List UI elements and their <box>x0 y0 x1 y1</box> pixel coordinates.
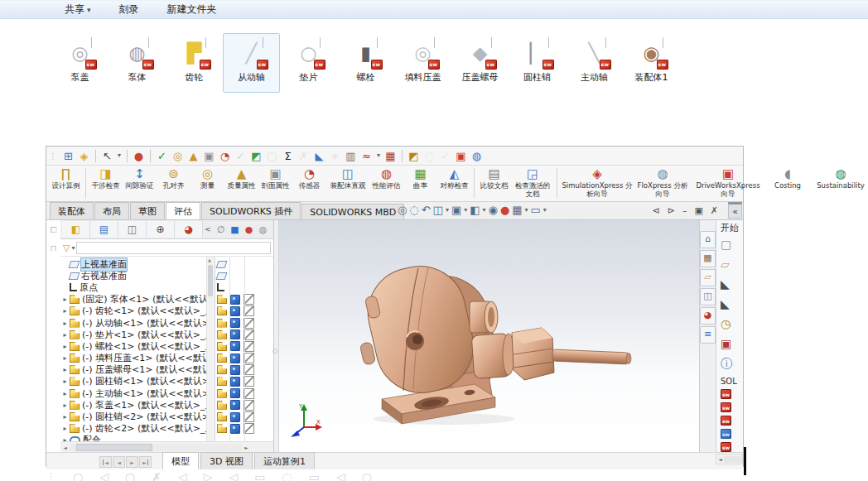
scroll-right-arrow[interactable]: ► <box>242 445 251 450</box>
tree-item[interactable]: (-) 泵盖<1> (默认<<默认>_显示 <box>60 399 206 411</box>
section-view-icon[interactable]: ◫ <box>433 204 443 215</box>
gear-pump-model[interactable] <box>349 253 634 427</box>
costing-button[interactable]: ◖ Costing <box>765 166 810 201</box>
edit-appearance-icon[interactable]: ● <box>131 151 147 161</box>
document-tab[interactable]: 3D 视图 <box>200 452 253 469</box>
mass-properties-icon[interactable]: ▲ <box>186 151 201 161</box>
display-caret-icon[interactable]: ▾ <box>483 207 486 214</box>
fm-collapse-arrow[interactable]: < <box>203 225 213 233</box>
info-icon[interactable]: ⓘ <box>721 354 743 373</box>
custom-properties-icon[interactable]: ≡ <box>700 326 716 344</box>
view-settings-icon[interactable]: ▭ <box>531 204 541 215</box>
separator[interactable] <box>402 150 403 162</box>
graphics-viewport[interactable]: Y X <box>279 220 699 452</box>
tree-item[interactable]: 右视基准面 <box>60 270 206 281</box>
appearances-icon[interactable]: ◕ <box>700 307 716 325</box>
mate-icon[interactable]: ◈ <box>76 151 92 161</box>
expand-arrow-icon[interactable] <box>60 331 70 339</box>
expand-arrow-icon[interactable] <box>60 425 70 432</box>
scrollbar-track[interactable] <box>70 444 242 451</box>
display-state-icon[interactable]: ■ <box>228 224 242 235</box>
performance-gauge-icon[interactable]: ◔ <box>217 151 233 161</box>
file-item[interactable]: ○ sw 垫片 <box>280 33 337 93</box>
appearance-icon[interactable]: ● <box>242 224 256 235</box>
certification-icon[interactable]: ▣ <box>721 334 743 354</box>
display-style-icon[interactable]: ◧ <box>470 204 480 215</box>
tree-filter-input[interactable] <box>76 242 271 254</box>
curvature-comb-icon[interactable]: ≈ <box>359 151 374 161</box>
expand-arrow-icon[interactable] <box>60 354 70 362</box>
tree-item[interactable]: 上视基准面 <box>60 258 206 270</box>
tree-item[interactable]: (-) 压盖螺母<1> (默认<<默认>_ <box>60 364 206 376</box>
tree-item[interactable]: (-) 齿轮<2> (默认<<默认>_显示 <box>60 423 206 435</box>
display-state-icon[interactable] <box>230 295 240 305</box>
tree-item[interactable]: 原点 <box>60 281 206 293</box>
assembly-visualization-button[interactable]: ◫ 装配体直观 <box>326 166 369 201</box>
symmetry-check-button[interactable]: ◭ 对称检查 <box>437 166 471 201</box>
whats-new-icon[interactable]: ◷ <box>721 314 743 334</box>
measure-icon[interactable]: ◎ <box>170 151 186 161</box>
clearance-verification-button[interactable]: ↕ 间隙验证 <box>123 166 157 201</box>
driveworksxpress-button[interactable]: ▣ DriveWorksXpress 向导 <box>691 166 765 201</box>
new-document-icon[interactable]: ▢ <box>721 234 743 254</box>
tree-item[interactable]: (-) 螺栓<1> (默认<<默认>_显示 <box>60 340 206 352</box>
driveworks-icon[interactable]: ▣ <box>453 151 469 161</box>
share-menu[interactable]: 共享▾ <box>65 2 91 17</box>
ghost-cube-icon[interactable]: ▢ <box>264 151 280 161</box>
performance-evaluation-button[interactable]: ◍ 性能评估 <box>369 166 403 201</box>
last-frame-button[interactable]: ► <box>139 456 152 468</box>
expand-arrow-icon[interactable] <box>60 402 70 409</box>
file-item[interactable]: ◆ sw 压盖螺母 <box>451 33 509 93</box>
training-icon[interactable]: ◣ <box>721 294 743 314</box>
tree-item[interactable]: (-) 圆柱销<1> (默认<<默认>_显 <box>60 376 206 387</box>
sw-tool-icon[interactable]: sw <box>721 389 731 399</box>
design-table-icon[interactable]: ▦ <box>383 151 398 161</box>
display-state-icon[interactable] <box>230 365 240 375</box>
restore-button[interactable]: ▣ <box>694 205 702 216</box>
ribbon-tab[interactable]: 装配体 <box>50 202 94 219</box>
spellcheck-icon[interactable]: ✓ <box>154 151 170 161</box>
scrollbar-thumb[interactable] <box>208 265 213 296</box>
hide-show-icon[interactable]: ∅ <box>214 224 228 235</box>
propertymanager-tab[interactable]: ▤ <box>90 221 118 238</box>
featuremanager-tab[interactable]: ◧ <box>62 221 90 238</box>
design-library-icon[interactable]: ◫ <box>700 288 716 305</box>
check-active-document-button[interactable]: ◲ 检查激活的文档 <box>511 166 554 201</box>
task-pane-collapse-button[interactable]: « <box>728 202 742 219</box>
expand-arrow-icon[interactable] <box>60 390 70 397</box>
sensors-button[interactable]: ◔ 传感器 <box>292 166 326 201</box>
curvature-button[interactable]: ▦ 曲率 <box>403 166 437 201</box>
first-frame-button[interactable]: ◄ <box>99 456 112 468</box>
dock-right-button[interactable]: ⊳ <box>668 205 675 216</box>
verify-entity-icon[interactable]: ◩ <box>248 151 264 161</box>
filter-funnel-icon[interactable]: ▽ <box>63 243 70 253</box>
hole-alignment-button[interactable]: ⊚ 孔对齐 <box>157 166 190 201</box>
expand-arrow-icon[interactable] <box>60 320 70 327</box>
tree-item[interactable]: (-) 垫片<1> (默认<<默认>_显示 <box>60 329 206 340</box>
edit-appearance-icon[interactable]: ● <box>500 204 509 215</box>
display-state-icon[interactable] <box>230 412 240 422</box>
hide-show-items-icon[interactable]: ◉ <box>489 204 498 215</box>
design-study-button[interactable]: ∏ 设计算例 <box>49 166 83 201</box>
tree-item[interactable]: (-) 齿轮<1> (默认<<默认>_显示 <box>60 305 206 317</box>
display-state-icon[interactable] <box>230 388 240 398</box>
zoom-area-icon[interactable]: ◌ <box>409 204 418 215</box>
help-measure-icon[interactable]: ▥ <box>343 151 359 161</box>
close-button[interactable]: ✗ <box>711 205 718 216</box>
display-state-icon[interactable] <box>230 377 240 387</box>
ribbon-tab[interactable]: 布局 <box>94 202 129 219</box>
render-tools-icon[interactable]: ◩ <box>406 151 422 161</box>
measure-button[interactable]: ◎ 测量 <box>190 166 224 201</box>
expand-arrow-icon[interactable] <box>60 366 70 373</box>
tree-vertical-scrollbar[interactable] <box>206 257 215 441</box>
tree-item[interactable]: 配合 <box>60 435 206 441</box>
tree-item[interactable]: (固定) 泵体<1> (默认<<默认>_显 <box>60 294 206 305</box>
draft-analysis-icon[interactable]: ◣ <box>311 151 327 161</box>
display-state-icon[interactable] <box>230 318 240 328</box>
scrollbar-track[interactable] <box>724 456 742 463</box>
separator[interactable] <box>150 150 151 162</box>
apply-scene-icon[interactable]: ▦ <box>512 204 522 215</box>
ribbon-tab[interactable]: 草图 <box>130 202 165 219</box>
scene-caret-icon[interactable]: ▾ <box>525 207 528 214</box>
content-central-icon[interactable]: ▦ <box>700 250 716 267</box>
